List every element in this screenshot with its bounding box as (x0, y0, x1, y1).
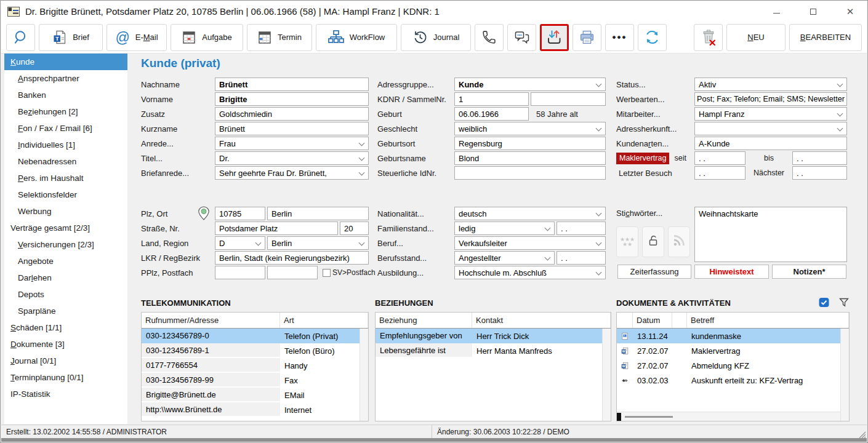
dokument-row[interactable]: 03.02.03Auskunft erteilt zu: KFZ-Vertrag (617, 373, 849, 388)
vorname-field[interactable]: Brigitte (215, 92, 369, 106)
kundenarten-field[interactable]: A-Kunde (694, 137, 847, 150)
horizontal-scrollbar[interactable] (617, 412, 840, 421)
briefanrede-combo[interactable]: Sehr geehrte Frau Dr. Brünett, (215, 166, 369, 180)
sidebar-item-versicherungen-2-3[interactable]: Versicherungen [2/3] (4, 236, 127, 253)
nationalitaet-combo[interactable]: deutsch (454, 207, 606, 220)
sidebar-item-ip-statistik[interactable]: IP-Statistik (4, 386, 127, 402)
column-header[interactable]: Kontakt (472, 313, 611, 328)
location-pin-icon[interactable] (198, 206, 215, 221)
dokumente-filter-checkbox[interactable] (818, 297, 830, 311)
geburt-field[interactable]: 06.06.1966 (454, 107, 529, 121)
bearbeiten-button[interactable]: BEARBEITEN (789, 24, 862, 51)
zusatz-field[interactable]: Goldschmiedin (215, 107, 369, 121)
telekom-row[interactable]: http:\\www.Brünett.deInternet (142, 402, 368, 417)
sidebar-item-journal-0-1[interactable]: Journal [0/1] (4, 353, 127, 369)
rating-stars-button[interactable]: ★★★★★ (616, 226, 638, 257)
vertical-scrollbar[interactable] (602, 329, 611, 421)
berufsstand-combo[interactable]: Angestellter (454, 251, 555, 265)
naechster-besuch-field[interactable]: . . (792, 166, 847, 180)
beruf-combo[interactable]: Verkaufsleiter (454, 236, 606, 250)
aufgabe-button[interactable]: Aufgabe (171, 24, 243, 51)
land-combo[interactable]: D (215, 236, 265, 250)
delete-button[interactable] (694, 24, 723, 51)
anrede-combo[interactable]: Frau (215, 137, 369, 150)
sidebar-item-pers-im-haushalt[interactable]: Pers. im Haushalt (4, 170, 127, 186)
sidebar-item-nebenadressen[interactable]: Nebenadressen (4, 153, 127, 170)
maximize-button[interactable] (805, 5, 821, 18)
telekom-row[interactable]: 030-123456789-0Telefon (Privat) (142, 329, 368, 343)
journal-button[interactable]: Journal (401, 24, 471, 51)
dokument-row[interactable]: W27.02.07Abmeldung KFZ (617, 358, 849, 373)
mitarbeiter-combo[interactable]: Hampl Franz (694, 107, 847, 121)
minimize-button[interactable] (768, 5, 784, 18)
sidebar-item-banken[interactable]: Banken (4, 87, 127, 103)
adressgruppe-combo[interactable]: Kunde (454, 78, 606, 91)
sammelnr-field[interactable] (531, 92, 606, 106)
kurzname-field[interactable]: Brünett (215, 122, 369, 135)
dokument-row[interactable]: 13.11.24kundenmaske (617, 329, 849, 343)
notizen-button[interactable]: Notizen* (772, 265, 846, 279)
telekom-row[interactable]: 0177-7766554Handy (142, 358, 368, 373)
familienstand-datum-field[interactable]: . . (557, 222, 606, 235)
strasse-field[interactable]: Potsdamer Platz (215, 222, 338, 235)
sidebar-item-individuelles-1[interactable]: Individuelles [1] (4, 137, 127, 153)
stichwoerter-textarea[interactable] (694, 207, 847, 262)
sidebar-item-ansprechpartner[interactable]: Ansprechpartner (4, 70, 127, 87)
werbearten-field[interactable]: Post; Fax; Telefon; Email; SMS; Newslett… (694, 92, 847, 106)
telekom-row[interactable]: 030-123456789-99Fax (142, 373, 368, 388)
telekom-row[interactable]: 030-123456789-1Telefon (Büro) (142, 343, 368, 358)
termin-button[interactable]: Termin (247, 24, 312, 51)
ausbildung-combo[interactable]: Hochschule m. Abschluß (454, 266, 606, 279)
berufsstand-datum-field[interactable]: . . (557, 251, 606, 265)
sv-postfach-checkbox[interactable] (323, 269, 331, 277)
column-header[interactable]: Rufnummer/Adresse (142, 313, 280, 328)
brief-button[interactable]: T Brief (39, 24, 103, 51)
pplz-field[interactable] (215, 266, 265, 279)
plz-field[interactable]: 10785 (215, 207, 265, 220)
sidebar-item-kunde[interactable]: Kunde (4, 54, 127, 70)
maklervertrag-seit-field[interactable]: . . (694, 151, 745, 165)
workflow-button[interactable]: WorkFlow (316, 24, 397, 51)
adressherkunft-combo[interactable] (694, 122, 847, 135)
column-header[interactable]: Betreff (687, 313, 849, 328)
steuerid-field[interactable] (454, 166, 606, 180)
sidebar-item-depots[interactable]: Depots (4, 286, 127, 303)
geschlecht-combo[interactable]: weiblich (454, 122, 606, 135)
close-button[interactable]: ✕ (842, 5, 858, 18)
column-header[interactable] (672, 313, 687, 328)
ort-field[interactable]: Berlin (267, 207, 369, 220)
chat-button[interactable] (507, 24, 536, 51)
zeiterfassung-button[interactable]: Zeiterfassung (617, 265, 691, 279)
kdnr-field[interactable]: 1 (454, 92, 529, 106)
sidebar-item-werbung[interactable]: Werbung (4, 203, 127, 220)
sidebar-item-dokumente-3[interactable]: Dokumente [3] (4, 336, 127, 353)
letzter-besuch-field[interactable]: . . (694, 166, 745, 180)
vertical-scrollbar[interactable] (360, 329, 368, 421)
nachname-field[interactable]: Brünett (215, 78, 369, 91)
vertical-scrollbar[interactable] (840, 329, 849, 421)
sidebar-item-vertr-ge-gesamt-2-3[interactable]: Verträge gesamt [2/3] (4, 220, 127, 236)
geburtsort-field[interactable]: Regensburg (454, 137, 606, 150)
beziehungen-row[interactable]: Lebensgefährte istHerr Manta Manfreds (376, 343, 611, 358)
dokument-row[interactable]: W27.02.07Maklervertrag (617, 343, 849, 358)
phone-button[interactable] (475, 24, 504, 51)
sidebar-item-selektionsfelder[interactable]: Selektionsfelder (4, 186, 127, 203)
telekom-row[interactable]: Brigitte@Brünett.deEMail (142, 388, 368, 402)
familienstand-combo[interactable]: ledig (454, 222, 555, 235)
column-header[interactable]: Art (280, 313, 368, 328)
hausnr-field[interactable]: 20 (340, 222, 369, 235)
sidebar-item-angebote[interactable]: Angebote (4, 253, 127, 269)
import-export-button[interactable] (540, 24, 569, 51)
hinweistext-button[interactable]: Hinweistext (694, 265, 769, 279)
refresh-button[interactable] (638, 24, 667, 51)
sidebar-item-terminplanung-0-1[interactable]: Terminplanung [0/1] (4, 369, 127, 386)
titel-combo[interactable]: Dr. (215, 151, 369, 165)
lkr-field[interactable]: Berlin, Stadt (kein Regierungsbezirk) (215, 251, 369, 265)
maklervertrag-bis-field[interactable]: . . (792, 151, 847, 165)
region-combo[interactable]: Berlin (267, 236, 369, 250)
sidebar-item-sparpl-ne[interactable]: Sparpläne (4, 303, 127, 319)
print-button[interactable] (573, 24, 601, 51)
neu-button[interactable]: NEU (726, 24, 786, 51)
sidebar-item-darlehen[interactable]: Darlehen (4, 269, 127, 286)
postfach-field[interactable] (267, 266, 318, 279)
